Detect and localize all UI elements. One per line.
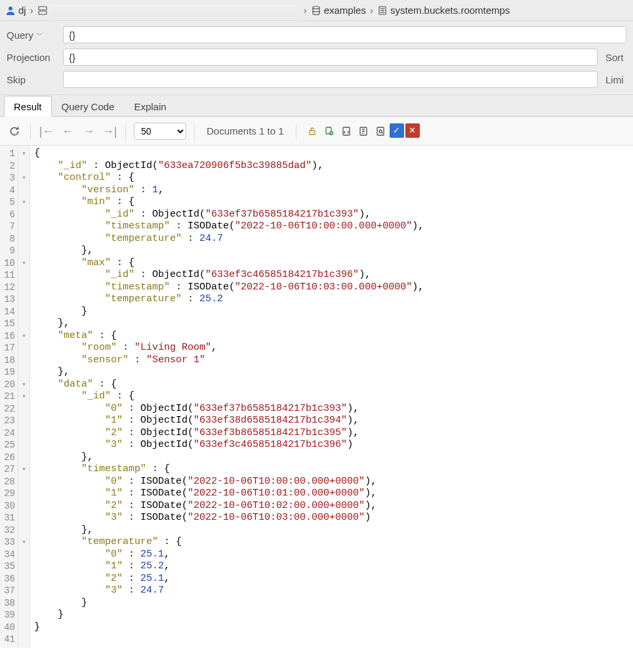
fold-toggle-icon[interactable]: ▾	[18, 257, 30, 270]
fold-toggle-icon[interactable]: ▾	[18, 330, 30, 343]
code-line[interactable]: "timestamp" : {	[34, 463, 424, 476]
code-line[interactable]: "3" : ISODate("2022-10-06T10:03:00.000+0…	[34, 512, 424, 524]
code-line[interactable]: "temperature" : 25.2	[34, 293, 424, 306]
code-line[interactable]: },	[34, 524, 424, 537]
code-line[interactable]: },	[34, 452, 424, 464]
code-line[interactable]: "meta" : {	[34, 330, 424, 343]
code-line[interactable]: "2" : ISODate("2022-10-06T10:02:00.000+0…	[34, 500, 424, 513]
svg-rect-10	[343, 127, 350, 135]
tab-query-code[interactable]: Query Code	[52, 96, 125, 117]
doc-search-icon[interactable]	[373, 123, 388, 139]
code-line[interactable]: "3" : 24.7	[34, 585, 424, 597]
code-line[interactable]: "3" : ObjectId("633ef3c46585184217b1c396…	[34, 439, 424, 452]
code-line[interactable]: },	[34, 245, 424, 257]
fold-spacer	[18, 633, 30, 646]
code-line[interactable]: "min" : {	[34, 196, 424, 209]
breadcrumb-collection-label: system.buckets.roomtemps	[390, 5, 510, 16]
refresh-button[interactable]	[7, 123, 22, 139]
code-line[interactable]: "data" : {	[34, 379, 424, 391]
code-line[interactable]: "0" : 25.1,	[34, 549, 424, 561]
line-number: 23	[0, 415, 18, 427]
collection-icon	[377, 5, 388, 16]
code-line[interactable]: "1" : ObjectId("633ef38d6585184217b1c394…	[34, 415, 424, 427]
breadcrumb-user[interactable]: dj	[5, 5, 26, 16]
code-line[interactable]	[34, 633, 424, 646]
fold-toggle-icon[interactable]: ▾	[18, 379, 30, 391]
check-button[interactable]: ✓	[390, 123, 404, 138]
line-number: 22	[0, 403, 18, 415]
doc-code-icon[interactable]	[338, 123, 354, 139]
fold-toggle-icon[interactable]: ▾	[18, 463, 30, 476]
breadcrumb-db[interactable]: examples	[311, 5, 366, 16]
line-number: 32	[0, 524, 18, 537]
code-line[interactable]: "2" : ObjectId("633ef3b86585184217b1c395…	[34, 427, 424, 440]
svg-rect-12	[377, 127, 384, 135]
code-line[interactable]: "room" : "Living Room",	[34, 342, 424, 354]
doc-edit-icon[interactable]	[356, 123, 371, 139]
code-line[interactable]: "sensor" : "Sensor 1"	[34, 354, 424, 367]
line-number: 37	[0, 585, 18, 597]
code-line[interactable]: "temperature" : 24.7	[34, 233, 424, 245]
code-line[interactable]: "control" : {	[34, 172, 424, 184]
fold-gutter[interactable]: ▾▾▾▾▾▾▾▾▾	[18, 146, 30, 648]
code-line[interactable]: }	[34, 306, 424, 318]
fold-toggle-icon[interactable]: ▾	[18, 390, 30, 403]
code-line[interactable]: "1" : ISODate("2022-10-06T10:01:00.000+0…	[34, 488, 424, 500]
code-line[interactable]: "timestamp" : ISODate("2022-10-06T10:00:…	[34, 220, 424, 233]
fold-toggle-icon[interactable]: ▾	[18, 172, 30, 184]
skip-input[interactable]	[63, 71, 598, 88]
tab-explain[interactable]: Explain	[124, 96, 176, 117]
fold-toggle-icon[interactable]: ▾	[18, 536, 30, 549]
query-form: Query ﹀ Projection Sort Skip Limi	[0, 21, 633, 95]
chevron-down-icon[interactable]: ﹀	[36, 30, 44, 41]
code-line[interactable]: "timestamp" : ISODate("2022-10-06T10:03:…	[34, 282, 424, 294]
line-number: 20	[0, 379, 18, 391]
unlock-icon[interactable]	[304, 123, 320, 139]
nav-next-button[interactable]: →	[81, 123, 96, 139]
code-line[interactable]: "max" : {	[34, 257, 424, 270]
code-line[interactable]: "_id" : ObjectId("633ef3c46585184217b1c3…	[34, 269, 424, 282]
svg-point-2	[313, 6, 319, 9]
code-line[interactable]: "0" : ObjectId("633ef37b6585184217b1c393…	[34, 403, 424, 415]
nav-first-button[interactable]: |←	[39, 123, 54, 139]
line-number: 18	[0, 354, 18, 367]
page-size-select[interactable]: 50	[134, 123, 186, 140]
query-input[interactable]	[63, 26, 626, 43]
line-number: 16	[0, 330, 18, 343]
code-line[interactable]: "version" : 1,	[34, 184, 424, 197]
fold-toggle-icon[interactable]: ▾	[18, 196, 30, 209]
doc-add-icon[interactable]	[321, 123, 337, 139]
code-line[interactable]: "2" : 25.1,	[34, 573, 424, 585]
code-line[interactable]: }	[34, 621, 424, 634]
code-line[interactable]: }	[34, 597, 424, 610]
code-lines[interactable]: { "_id" : ObjectId("633ea720906f5b3c3988…	[30, 146, 424, 648]
code-line[interactable]: "_id" : {	[34, 390, 424, 403]
fold-spacer	[18, 354, 30, 367]
breadcrumb-connection[interactable]	[37, 5, 300, 16]
fold-spacer	[18, 585, 30, 597]
code-line[interactable]: "1" : 25.2,	[34, 560, 424, 573]
close-button[interactable]: ✕	[405, 123, 420, 138]
code-line[interactable]: "_id" : ObjectId("633ef37b6585184217b1c3…	[34, 209, 424, 221]
projection-input[interactable]	[63, 49, 598, 66]
fold-spacer	[18, 245, 30, 257]
nav-last-button[interactable]: →|	[102, 123, 117, 139]
chevron-right-icon: ›	[370, 5, 373, 16]
code-line[interactable]: "temperature" : {	[34, 536, 424, 549]
breadcrumb-user-label: dj	[18, 5, 26, 16]
tab-result[interactable]: Result	[4, 96, 52, 117]
code-line[interactable]: },	[34, 366, 424, 379]
nav-prev-button[interactable]: ←	[60, 123, 75, 139]
breadcrumb-collection[interactable]: system.buckets.roomtemps	[377, 5, 510, 16]
code-line[interactable]: }	[34, 609, 424, 621]
fold-spacer	[18, 403, 30, 415]
line-number: 34	[0, 549, 18, 561]
code-line[interactable]: "0" : ISODate("2022-10-06T10:00:00.000+0…	[34, 476, 424, 488]
code-line[interactable]: },	[34, 318, 424, 330]
breadcrumb-connection-label	[51, 5, 300, 16]
fold-spacer	[18, 293, 30, 306]
code-line[interactable]: {	[34, 148, 424, 160]
code-line[interactable]: "_id" : ObjectId("633ea720906f5b3c39885d…	[34, 160, 424, 173]
fold-toggle-icon[interactable]: ▾	[18, 148, 30, 160]
line-number: 5	[0, 196, 18, 209]
